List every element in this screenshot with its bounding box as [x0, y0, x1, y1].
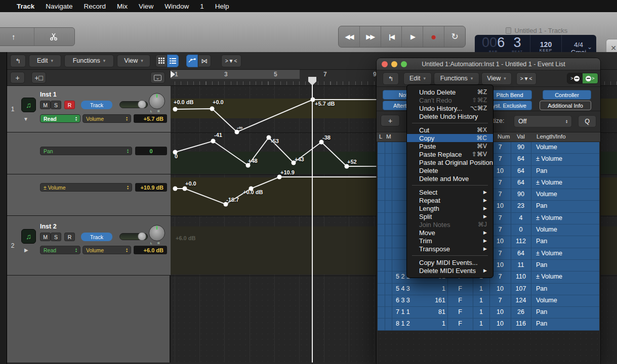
- pointer-tool-button[interactable]: ↑: [0, 28, 34, 46]
- menu-item-select[interactable]: Select▶: [407, 188, 493, 196]
- menubar-item-track[interactable]: Track: [11, 3, 40, 10]
- minimize-window-icon[interactable]: [391, 61, 397, 67]
- menu-item-split[interactable]: Split▶: [407, 212, 493, 220]
- close-window-icon[interactable]: [382, 61, 388, 67]
- track-name[interactable]: Inst 2: [40, 223, 57, 230]
- catch-playhead-button[interactable]: ↰: [383, 72, 399, 85]
- solo-button[interactable]: S: [51, 233, 61, 241]
- menu-item-length[interactable]: Length▶: [407, 204, 493, 212]
- automation-point-plus-volume[interactable]: [183, 187, 187, 191]
- menubar-item-window[interactable]: Window: [159, 3, 194, 10]
- event-list-titlebar[interactable]: Untitled 1:Automation:Inst 1 - Untitled …: [377, 58, 600, 70]
- filter-pitch-bend-button[interactable]: Pitch Bend: [487, 90, 532, 100]
- track-on-button[interactable]: Track: [81, 101, 112, 109]
- automation-param-dropdown[interactable]: Volume ▴▾: [83, 246, 131, 254]
- mute-button[interactable]: M: [40, 101, 51, 109]
- event-view-menu-button[interactable]: View▾: [481, 72, 512, 85]
- midi-in-out-indicator[interactable]: > >: [567, 73, 598, 84]
- quantize-q-button[interactable]: Q: [578, 115, 596, 127]
- record-enable-button[interactable]: R: [64, 233, 75, 241]
- snap-filter-button[interactable]: >▼<: [221, 55, 241, 67]
- filter-additional-info-button[interactable]: Additional Info: [540, 101, 591, 110]
- catch-playhead-button[interactable]: ↰: [10, 55, 26, 67]
- menu-item-undo-history-[interactable]: Undo History...⌥⌘Z: [407, 104, 493, 112]
- menu-item-delete-undo-history[interactable]: Delete Undo History: [407, 112, 493, 120]
- track-on-button[interactable]: Track: [81, 233, 112, 241]
- add-track-button[interactable]: +: [10, 72, 25, 83]
- add-event-button[interactable]: +: [381, 115, 400, 126]
- automation-value[interactable]: +6.0 dB: [134, 246, 167, 254]
- cycle-button[interactable]: ↻: [444, 26, 465, 47]
- disclosure-triangle-closed[interactable]: ▶: [24, 247, 28, 253]
- lane-param-dropdown[interactable]: ± Volume ▴▾: [40, 183, 132, 192]
- window-title[interactable]: Untitled 1 - Tracks: [471, 26, 602, 34]
- volume-slider-thumb[interactable]: [138, 100, 146, 109]
- menu-item-copy[interactable]: Copy⌘C: [407, 134, 493, 142]
- event-row[interactable]: 5 4 31F110107Pan: [378, 284, 599, 295]
- event-edit-menu-button[interactable]: Edit▾: [403, 72, 432, 85]
- menu-item-delete-and-move[interactable]: Delete and Move: [407, 174, 493, 183]
- pan-knob[interactable]: [149, 93, 165, 109]
- automation-mode-dropdown[interactable]: Read ▴▾: [40, 114, 80, 123]
- menu-item-paste-at-original-position[interactable]: Paste at Original Position: [407, 158, 493, 166]
- col-m[interactable]: M: [386, 133, 391, 140]
- scissors-tool-button[interactable]: [34, 28, 75, 46]
- record-enable-button[interactable]: R: [64, 101, 75, 109]
- go-to-beginning-button[interactable]: |◀: [381, 26, 402, 47]
- menubar-item-help[interactable]: Help: [210, 3, 235, 10]
- event-row[interactable]: 6 3 3161F17124Volume: [378, 295, 599, 307]
- lane-header-pan[interactable]: Pan ▴▾ 0: [7, 132, 171, 174]
- duplicate-track-button[interactable]: +□: [31, 72, 46, 83]
- menu-item-paste[interactable]: Paste⌘V: [407, 142, 493, 150]
- menu-item-copy-midi-events-[interactable]: Copy MIDI Events...: [407, 258, 493, 266]
- menubar-item-mix[interactable]: Mix: [111, 3, 133, 10]
- automation-line-volume[interactable]: [175, 100, 377, 132]
- automation-point-volume[interactable]: [173, 107, 178, 112]
- col-l[interactable]: L: [379, 133, 382, 140]
- menubar-item-navigate[interactable]: Navigate: [40, 3, 78, 10]
- menu-item-undo-delete[interactable]: Undo Delete⌘Z: [407, 88, 493, 96]
- zoom-window-icon[interactable]: [401, 61, 407, 67]
- menubar-item-1[interactable]: 1: [194, 3, 210, 10]
- automation-point-plus-volume[interactable]: [173, 187, 178, 191]
- col-val[interactable]: Val: [517, 133, 525, 140]
- tracks-view-menu-button[interactable]: View▾: [117, 55, 150, 67]
- track-name[interactable]: Inst 1: [40, 91, 57, 98]
- forward-button[interactable]: ▶▶: [360, 26, 381, 47]
- volume-slider-thumb[interactable]: [138, 232, 146, 241]
- filter-controller-button[interactable]: Controller: [543, 90, 591, 100]
- tracks-functions-menu-button[interactable]: Functions▾: [64, 55, 114, 67]
- menu-item-repeat[interactable]: Repeat▶: [407, 196, 493, 204]
- menubar-item-record[interactable]: Record: [78, 3, 112, 10]
- event-functions-menu-button[interactable]: Functions▾: [434, 72, 479, 85]
- tracks-edit-menu-button[interactable]: Edit▾: [29, 55, 61, 67]
- menu-item-trim[interactable]: Trim▶: [407, 237, 493, 245]
- play-button[interactable]: ▶: [402, 26, 423, 47]
- quantize-dropdown[interactable]: Off ▴▾: [514, 115, 572, 127]
- menu-item-delete-midi-events[interactable]: Delete MIDI Events▶: [407, 266, 493, 275]
- event-filter-button[interactable]: >▼<: [516, 72, 537, 85]
- menu-item-paste-replace[interactable]: Paste Replace⇧⌘V: [407, 150, 493, 158]
- list-view-button[interactable]: [167, 55, 179, 67]
- event-row[interactable]: 8 1 21F110116Pan: [378, 318, 599, 330]
- playhead-line[interactable]: [312, 85, 313, 362]
- menu-item-move[interactable]: Move▶: [407, 229, 493, 237]
- automation-point-pan[interactable]: [211, 139, 216, 144]
- menu-item-transpose[interactable]: Transpose▶: [407, 245, 493, 253]
- menubar-item-view[interactable]: View: [133, 3, 159, 10]
- pan-knob[interactable]: [149, 225, 165, 241]
- automation-mode-dropdown[interactable]: Read ▴▾: [40, 246, 80, 254]
- grid-view-button[interactable]: [155, 55, 167, 67]
- event-row[interactable]: 7 1 181F11026Pan: [378, 307, 599, 318]
- lane-header-plus-volume[interactable]: ± Volume ▴▾ +10.9 dB: [7, 174, 171, 216]
- col-info[interactable]: Length/Info: [537, 133, 566, 140]
- menu-item-delete[interactable]: Delete: [407, 166, 493, 174]
- automation-param-dropdown[interactable]: Volume ▴▾: [83, 114, 131, 123]
- automation-button[interactable]: [186, 55, 198, 67]
- lcd-chevron-icon[interactable]: ⌄: [587, 43, 592, 51]
- solo-button[interactable]: S: [51, 101, 61, 109]
- lane-value[interactable]: +10.9 dB: [135, 183, 167, 192]
- lane-param-dropdown[interactable]: Pan ▴▾: [40, 147, 132, 155]
- mute-button[interactable]: M: [40, 233, 51, 241]
- rewind-button[interactable]: ◀◀: [339, 26, 360, 47]
